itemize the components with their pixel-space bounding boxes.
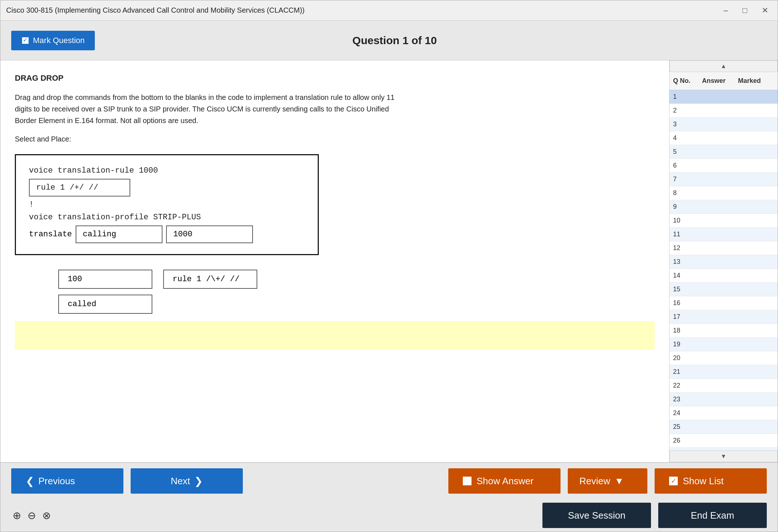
sidebar-row[interactable]: 3: [669, 118, 778, 131]
maximize-button[interactable]: □: [739, 4, 751, 17]
sidebar-row[interactable]: 24: [669, 406, 778, 420]
sidebar-row-num: 26: [673, 437, 702, 444]
sidebar-row-num: 19: [673, 341, 702, 348]
window-controls: – □ ✕: [720, 4, 772, 17]
sidebar-row-num: 21: [673, 368, 702, 376]
sidebar-row[interactable]: 7: [669, 173, 778, 186]
sidebar-row[interactable]: 4: [669, 131, 778, 145]
close-button[interactable]: ✕: [758, 4, 772, 17]
drop-zone-3[interactable]: 1000: [166, 225, 253, 243]
sidebar-row-num: 17: [673, 313, 702, 321]
sidebar-row[interactable]: 5: [669, 145, 778, 159]
zoom-reset-button[interactable]: ⊖: [26, 508, 37, 523]
sidebar-row-num: 23: [673, 396, 702, 403]
sidebar-row-num: 10: [673, 217, 702, 224]
sidebar-row[interactable]: 8: [669, 186, 778, 200]
drag-item-100[interactable]: 100: [58, 270, 152, 289]
previous-button[interactable]: ❮ Previous: [11, 468, 123, 494]
sidebar-row-num: 12: [673, 244, 702, 252]
sidebar-row[interactable]: 18: [669, 324, 778, 338]
end-exam-label: End Exam: [691, 510, 734, 521]
select-place-label: Select and Place:: [15, 135, 655, 143]
show-answer-label: Show Answer: [477, 476, 534, 487]
code-block: voice translation-rule 1000 rule 1 /+/ /…: [15, 154, 319, 255]
sidebar-row-num: 11: [673, 231, 702, 238]
answer-area: [15, 321, 655, 350]
sidebar-row[interactable]: 26: [669, 434, 778, 448]
zoom-in-button[interactable]: ⊕: [11, 508, 22, 523]
sidebar-row[interactable]: 20: [669, 351, 778, 365]
sidebar-row-num: 18: [673, 327, 702, 334]
drop-zone-2[interactable]: calling: [76, 225, 162, 243]
prev-arrow-icon: ❮: [26, 475, 34, 487]
sidebar-row-num: 20: [673, 354, 702, 362]
mark-question-button[interactable]: Mark Question: [11, 31, 95, 50]
sidebar-row[interactable]: 6: [669, 159, 778, 173]
sidebar: ▲ Q No. Answer Marked 123456789101112131…: [669, 60, 778, 462]
scroll-up-arrow[interactable]: ▲: [669, 60, 778, 72]
zoom-controls: ⊕ ⊖ ⊗: [11, 508, 52, 523]
sidebar-row-num: 22: [673, 382, 702, 389]
sidebar-row[interactable]: 11: [669, 228, 778, 241]
sidebar-row[interactable]: 2: [669, 104, 778, 118]
show-list-checkbox-icon: ✓: [669, 477, 678, 485]
code-drop-1[interactable]: rule 1 /+/ //: [29, 179, 305, 197]
drag-options: 100 rule 1 /\+/ // called: [58, 270, 655, 314]
sidebar-row[interactable]: 1: [669, 90, 778, 104]
sidebar-row-num: 1: [673, 93, 702, 101]
main-area: DRAG DROP Drag and drop the commands fro…: [0, 60, 778, 462]
sidebar-col-answer: Answer: [702, 77, 738, 85]
window-title: Cisco 300-815 (Implementing Cisco Advanc…: [6, 6, 305, 14]
drop-zone-1[interactable]: rule 1 /+/ //: [29, 179, 130, 197]
next-button[interactable]: Next ❯: [131, 468, 243, 494]
sidebar-row[interactable]: 22: [669, 379, 778, 393]
sidebar-row[interactable]: 13: [669, 255, 778, 269]
question-title: Question 1 of 10: [352, 34, 437, 47]
sidebar-row-num: 16: [673, 299, 702, 307]
question-text: Drag and drop the commands from the bott…: [15, 92, 395, 126]
code-line-1: voice translation-rule 1000: [29, 166, 305, 175]
previous-label: Previous: [38, 476, 75, 487]
sidebar-row[interactable]: 14: [669, 269, 778, 283]
sidebar-row[interactable]: 25: [669, 420, 778, 434]
save-session-label: Save Session: [568, 510, 626, 521]
review-button[interactable]: Review ▼: [568, 468, 647, 494]
sidebar-row-num: 9: [673, 203, 702, 211]
sidebar-col-marked: Marked: [738, 77, 774, 85]
sidebar-row[interactable]: 17: [669, 310, 778, 324]
mark-checkbox-icon: [21, 37, 29, 45]
sidebar-row[interactable]: 27: [669, 448, 778, 451]
sidebar-row[interactable]: 23: [669, 393, 778, 406]
sidebar-col-qno: Q No.: [673, 77, 702, 85]
sidebar-row[interactable]: 21: [669, 365, 778, 379]
save-session-button[interactable]: Save Session: [542, 503, 651, 528]
drag-item-rule[interactable]: rule 1 /\+/ //: [163, 270, 257, 289]
sidebar-scroll[interactable]: 1234567891011121314151617181920212223242…: [669, 90, 778, 451]
show-list-button[interactable]: ✓ Show List: [655, 468, 767, 494]
sidebar-row[interactable]: 10: [669, 214, 778, 228]
sidebar-row[interactable]: 12: [669, 241, 778, 255]
show-answer-button[interactable]: Show Answer: [448, 468, 561, 494]
sidebar-row-num: 14: [673, 272, 702, 279]
show-list-label: Show List: [683, 476, 724, 487]
end-exam-button[interactable]: End Exam: [658, 503, 767, 528]
sidebar-row[interactable]: 9: [669, 200, 778, 214]
sidebar-row-num: 7: [673, 176, 702, 183]
minimize-button[interactable]: –: [720, 4, 731, 17]
translate-label: translate: [29, 230, 72, 239]
sidebar-header: Q No. Answer Marked: [669, 72, 778, 90]
titlebar: Cisco 300-815 (Implementing Cisco Advanc…: [0, 0, 778, 21]
zoom-out-button[interactable]: ⊗: [41, 508, 52, 523]
code-line-2: !: [29, 200, 305, 209]
sidebar-row[interactable]: 15: [669, 283, 778, 296]
sidebar-row-num: 13: [673, 258, 702, 266]
next-arrow-icon: ❯: [194, 475, 203, 487]
scroll-down-arrow[interactable]: ▼: [669, 451, 778, 462]
review-arrow-icon: ▼: [614, 476, 624, 487]
sidebar-row-num: 4: [673, 134, 702, 142]
sidebar-row[interactable]: 16: [669, 296, 778, 310]
show-answer-checkbox-icon: [463, 477, 472, 485]
drag-item-called[interactable]: called: [58, 295, 152, 314]
sidebar-row[interactable]: 19: [669, 338, 778, 351]
sidebar-row-num: 25: [673, 423, 702, 431]
